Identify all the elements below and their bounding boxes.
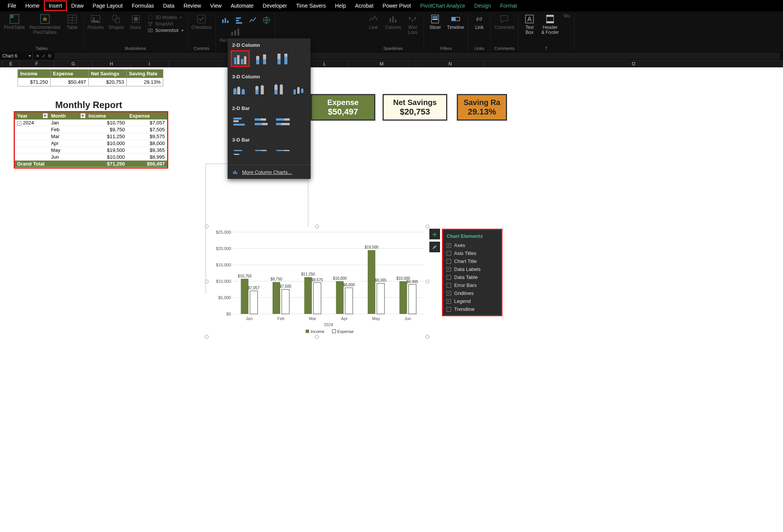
col-H[interactable]: H <box>92 61 131 67</box>
table-row[interactable]: Feb$9,750$7,505 <box>15 126 167 133</box>
chart-element-axes[interactable]: ✓Axes <box>443 241 502 249</box>
menu-tab-time-savers[interactable]: Time Savers <box>292 1 330 11</box>
worksheet[interactable]: Income Expense Net Savings Saving Rate $… <box>0 67 783 532</box>
menu-tab-file[interactable]: File <box>3 1 21 11</box>
line-chart-icon[interactable] <box>249 16 257 24</box>
menu-tab-review[interactable]: Review <box>179 1 206 11</box>
chart-element-error-bars[interactable]: Error Bars <box>443 281 502 289</box>
table-row[interactable]: Mar$11,250$9,575 <box>15 133 167 140</box>
3d-models-button[interactable]: 3D Models▾ <box>146 14 185 21</box>
summary-value[interactable]: 29.13% <box>127 78 163 86</box>
accept-icon[interactable]: ✓ <box>42 53 46 59</box>
col-O[interactable]: O <box>485 61 783 67</box>
fx-icon[interactable]: fx <box>48 53 51 59</box>
pivot-field-year[interactable]: Year▾ <box>15 112 49 119</box>
menu-tab-acrobat[interactable]: Acrobat <box>351 1 378 11</box>
summary-value[interactable]: $20,753 <box>89 78 127 86</box>
menu-tab-draw[interactable]: Draw <box>67 1 88 11</box>
pivot-field-month[interactable]: Month▾ <box>49 112 86 119</box>
bar-chart-icon[interactable] <box>235 16 243 24</box>
menu-tab-view[interactable]: View <box>206 1 226 11</box>
slicer-button[interactable]: Slicer <box>426 13 444 31</box>
link-button[interactable]: Link <box>470 13 488 31</box>
timeline-button[interactable]: Timeline <box>445 13 466 31</box>
menu-tab-home[interactable]: Home <box>21 1 44 11</box>
chart-element-axis-titles[interactable]: Axis Titles <box>443 249 502 257</box>
table-row[interactable]: Apr$10,000$8,000 <box>15 140 167 147</box>
svg-rect-42 <box>547 15 554 17</box>
stacked-column-thumb[interactable] <box>253 51 270 66</box>
shapes-button[interactable]: Shapes <box>107 13 126 31</box>
smartart-button[interactable]: SmartArt <box>146 21 185 27</box>
menu-tab-insert[interactable]: Insert <box>44 1 67 11</box>
filter-icon[interactable]: ▾ <box>80 113 86 118</box>
more-column-charts[interactable]: More Column Charts... <box>228 165 311 179</box>
menu-tab-design[interactable]: Design <box>470 1 496 11</box>
menu-tab-format[interactable]: Format <box>496 1 521 11</box>
menu-tab-data[interactable]: Data <box>159 1 179 11</box>
clustered-column-thumb[interactable] <box>231 51 249 66</box>
column-chart-dropdown[interactable] <box>221 16 230 24</box>
chart-styles-button[interactable] <box>429 242 440 252</box>
svg-text:$15,000: $15,000 <box>216 263 231 267</box>
menu-tab-help[interactable]: Help <box>330 1 351 11</box>
recommended-pivottables-button[interactable]: Recommended PivotTables <box>28 13 62 36</box>
table-button[interactable]: Table <box>64 13 81 31</box>
3d-stacked100-thumb[interactable] <box>271 83 287 98</box>
3d-column-thumb[interactable] <box>291 83 307 98</box>
cancel-icon[interactable]: ✕ <box>36 53 40 59</box>
sparkline-column-button[interactable]: Column <box>384 13 402 31</box>
table-row[interactable]: −2024Jan$10,750$7,057 <box>15 119 167 126</box>
col-N[interactable]: N <box>416 61 485 67</box>
table-row[interactable]: Jun$10,000$8,995 <box>15 154 167 161</box>
column-headers: E F G H I L M N O <box>0 61 783 67</box>
summary-value[interactable]: $71,250 <box>18 78 51 86</box>
col-G[interactable]: G <box>54 61 92 67</box>
wordart-button[interactable]: Wo <box>562 13 572 19</box>
col-M[interactable]: M <box>348 61 416 67</box>
column-chart[interactable]: $0$5,000$10,000$15,000$20,000$25,000$10,… <box>207 226 427 337</box>
name-box[interactable]: Chart 6▾ <box>0 51 33 60</box>
comment-button[interactable]: Comment <box>493 13 516 31</box>
menu-tab-formulas[interactable]: Formulas <box>127 1 158 11</box>
textbox-button[interactable]: AText Box <box>521 13 538 36</box>
col-E[interactable]: E <box>3 61 19 67</box>
chart-element-data-labels[interactable]: ✓Data Labels <box>443 265 502 273</box>
menu-tab-power-pivot[interactable]: Power Pivot <box>378 1 416 11</box>
menu-tab-automate[interactable]: Automate <box>226 1 258 11</box>
3d-stacked100-bar-thumb[interactable] <box>274 146 292 161</box>
3d-clustered-thumb[interactable] <box>231 83 247 98</box>
stacked100-column-thumb[interactable] <box>274 51 292 66</box>
svg-rect-115 <box>235 170 236 174</box>
checkbox-button[interactable]: Checkbox <box>190 13 213 31</box>
header-footer-button[interactable]: Header & Footer <box>540 13 560 36</box>
chart-element-gridlines[interactable]: ✓Gridlines <box>443 289 502 297</box>
menu-tab-pivotchart-analyze[interactable]: PivotChart Analyze <box>416 1 470 11</box>
clustered-bar-thumb[interactable] <box>231 114 249 129</box>
stacked-bar-thumb[interactable] <box>253 114 270 129</box>
3d-stacked-bar-thumb[interactable] <box>253 146 270 161</box>
menu-tab-page-layout[interactable]: Page Layout <box>88 1 128 11</box>
filter-icon[interactable]: ▾ <box>43 113 48 118</box>
icons-button[interactable]: Icons <box>127 13 145 31</box>
col-F[interactable]: F <box>19 61 54 67</box>
screenshot-button[interactable]: Screenshot▾ <box>146 27 185 33</box>
formula-input[interactable] <box>54 53 780 59</box>
sparkline-line-button[interactable]: Line <box>365 13 382 31</box>
menu-tab-developer[interactable]: Developer <box>258 1 292 11</box>
map-chart-icon[interactable] <box>262 16 271 24</box>
pictures-button[interactable]: Pictures <box>86 13 105 31</box>
3d-stacked-thumb[interactable] <box>251 83 267 98</box>
sparkline-winloss-button[interactable]: Win/ Loss <box>404 13 421 36</box>
stacked100-bar-thumb[interactable] <box>274 114 292 129</box>
table-row[interactable]: May$19,500$9,365 <box>15 147 167 154</box>
pivottable-button[interactable]: PivotTable <box>2 13 26 31</box>
summary-value[interactable]: $50,497 <box>51 78 89 86</box>
chart-elements-button[interactable]: ＋ <box>429 229 440 239</box>
chart-element-trendline[interactable]: Trendline <box>443 305 502 313</box>
col-I[interactable]: I <box>131 61 169 67</box>
chart-element-data-table[interactable]: Data Table <box>443 273 502 281</box>
chart-element-chart-title[interactable]: Chart Title <box>443 257 502 265</box>
3d-clustered-bar-thumb[interactable] <box>231 146 249 161</box>
chart-element-legend[interactable]: ✓Legend <box>443 297 502 305</box>
